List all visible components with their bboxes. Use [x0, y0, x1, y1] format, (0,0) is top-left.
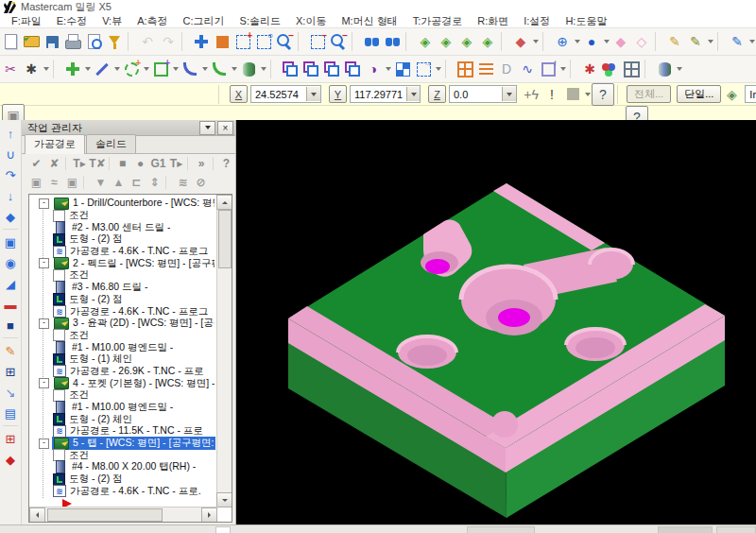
solid-layout-icon[interactable]: ▤ [1, 404, 20, 422]
z-dropdown-icon[interactable] [502, 87, 516, 101]
expander-icon[interactable]: - [39, 198, 49, 209]
menu-item-h[interactable]: H:도움말 [558, 14, 614, 28]
set-attributes-icon[interactable]: ✎ [727, 31, 747, 52]
xform-rotate-icon[interactable] [321, 59, 342, 79]
xform-copy-icon[interactable] [301, 59, 321, 79]
tree-row[interactable]: 도형 - (2) 점 [31, 294, 216, 306]
tree-row[interactable]: -3 - 윤곽 (2D) - [WCS: 평면] - [공구 [31, 318, 216, 330]
visual-snap-dropdown-icon[interactable] [583, 84, 592, 105]
new-file-icon[interactable] [0, 31, 21, 52]
attributes-multi-dropdown-icon[interactable] [706, 31, 714, 52]
planes-icon[interactable]: ◆ [510, 31, 531, 52]
tree-row[interactable]: ≋가공경로 - 11.5K - T.NC - 프로 [31, 425, 216, 438]
gview-wcs-icon[interactable]: ◈ [415, 31, 436, 52]
g1-sim-icon[interactable]: G1 [149, 155, 167, 172]
create-chamfer-dropdown-icon[interactable] [230, 59, 238, 79]
create-rect-icon[interactable]: + [150, 59, 171, 79]
tree-row[interactable]: #1 - M10.00 평엔드밀 - [31, 402, 216, 414]
create-line-dropdown-icon[interactable] [112, 59, 121, 79]
status-resize-grip[interactable] [658, 526, 713, 533]
y-coordinate-value[interactable]: 117.29771 [351, 89, 406, 100]
render-settings-icon[interactable]: ✱ [579, 59, 600, 79]
create-fillet-dropdown-icon[interactable] [200, 59, 209, 79]
units-value[interactable]: In [746, 89, 756, 100]
delete-entities-icon[interactable] [104, 31, 125, 52]
wcs-dropdown-icon[interactable] [573, 31, 581, 52]
scroll-right-icon[interactable] [201, 507, 217, 523]
select-single-button[interactable]: 단일... [677, 85, 721, 103]
create-rect-dropdown-icon[interactable] [171, 59, 180, 79]
scroll-left-icon[interactable] [29, 507, 45, 523]
y-axis-button[interactable]: Y [329, 85, 347, 103]
multi-trim-icon[interactable] [475, 59, 496, 79]
menu-item-s[interactable]: S:솔리드 [232, 14, 288, 28]
tree-row[interactable]: -4 - 포켓 (기본형) - [WCS: 평면] - [31, 377, 216, 389]
tree-row[interactable]: -5 - 탭 - [WCS: 평면] - [공구평면: [31, 438, 216, 450]
solid-chamfer-icon[interactable]: ◢ [1, 274, 20, 293]
toggle-toolpath-display-icon[interactable]: ≈ [45, 174, 63, 191]
regen-selected-icon[interactable]: T▸ [71, 155, 89, 172]
tree-row[interactable]: #3 - M6.80 드릴 - [31, 282, 216, 294]
create-arc-dropdown-icon[interactable] [142, 59, 150, 79]
xform-mirror-icon[interactable]: ◑ [363, 59, 384, 79]
solid-extrude-icon[interactable]: ↑ [1, 124, 20, 143]
tree-row[interactable]: -1 - Drill/Counterbore - [WCS: 평면 [31, 198, 216, 210]
toolpath-display-opts-icon[interactable]: ≋ [174, 174, 192, 191]
insert-arrow-down-icon[interactable]: ▼ [92, 174, 110, 191]
xform-offset-icon[interactable] [342, 59, 363, 79]
delete-point-icon[interactable]: ✱ [21, 59, 42, 79]
insert-arrow-tail-icon[interactable]: ⊏ [128, 174, 146, 191]
menu-item-e[interactable]: E:수정 [49, 14, 94, 28]
x-dropdown-icon[interactable] [306, 87, 320, 101]
graphics-viewport[interactable] [236, 120, 756, 525]
select-all-ops-icon[interactable]: ✔ [27, 155, 45, 172]
zoom-window-icon[interactable]: + [232, 31, 253, 52]
expander-icon[interactable]: - [39, 318, 49, 329]
menu-item-i[interactable]: I:설정 [516, 14, 558, 28]
menu-item-x[interactable]: X:이동 [288, 14, 334, 28]
menu-item-c[interactable]: C:그리기 [176, 14, 232, 28]
solid-fillet-icon[interactable]: ◆ [1, 207, 20, 226]
z-coordinate-value[interactable]: 0.0 [450, 89, 502, 100]
dynamic-gview-icon[interactable] [191, 31, 212, 52]
gview-front-icon[interactable]: ◈ [436, 31, 456, 52]
autocursor-icon[interactable]: +ϟ [521, 84, 541, 105]
planes-dropdown-icon[interactable] [531, 31, 540, 52]
shade-active-icon[interactable]: ◆ [610, 31, 631, 52]
tree-row[interactable]: 도형 - (2) 점 [31, 473, 216, 486]
delete-point-dropdown-icon[interactable] [42, 59, 50, 79]
solid-base-icon[interactable]: ■ [1, 316, 20, 335]
lock-ops-icon[interactable]: ▣ [27, 174, 45, 191]
panel-close-button[interactable]: × [217, 121, 233, 135]
tree-row[interactable]: ≋가공경로 - 4.6K - T.NC - 프로그 [31, 305, 216, 318]
open-file-icon[interactable] [21, 31, 42, 52]
post-process-icon[interactable]: T▸ [167, 155, 185, 172]
tree-row[interactable]: -2 - 펙드릴 - [WCS: 평면] - [공구평 [31, 257, 216, 269]
solid-boolean-icon[interactable]: ◉ [1, 253, 20, 272]
insert-arrow-up-icon[interactable]: ▲ [110, 174, 128, 191]
create-chamfer-icon[interactable] [209, 59, 230, 79]
zoom-target-icon[interactable]: ○ [253, 31, 274, 52]
tree-row[interactable]: 조건 [31, 389, 216, 402]
create-arc-icon[interactable]: + [121, 59, 142, 79]
select-none-ops-icon[interactable]: ✘ [45, 155, 63, 172]
attributes-pencil-icon[interactable]: ✎ [664, 31, 685, 52]
menu-item-t[interactable]: T:가공경로 [405, 14, 471, 28]
zoom-minus-icon[interactable]: − [274, 31, 295, 52]
scroll-up-icon[interactable] [216, 195, 232, 210]
lock-posted-icon[interactable]: ▣ [63, 174, 81, 191]
backplot-icon[interactable]: ■ [113, 155, 131, 172]
solid-revolve-icon[interactable]: ↷ [1, 165, 20, 184]
x-coordinate-combo[interactable]: 24.52574 [250, 85, 321, 103]
toolpath-insert-arrow-icon[interactable] [62, 499, 72, 507]
xform-rect-array-icon[interactable] [392, 59, 413, 79]
tree-row[interactable]: #4 - M8.00 X 20.00 탭(RH) - [31, 461, 216, 473]
set-attributes-dropdown-icon[interactable] [747, 31, 756, 52]
z-coordinate-combo[interactable]: 0.0 [449, 85, 517, 103]
scroll-down-icon[interactable] [216, 492, 232, 507]
create-helix-icon[interactable]: ∿ [517, 59, 538, 79]
print-icon[interactable] [62, 31, 83, 52]
select-last-icon[interactable]: ◈ [721, 84, 742, 105]
attributes-multi-icon[interactable]: ✎ [685, 31, 706, 52]
solid-edit-icon[interactable]: ✎ [1, 341, 20, 360]
